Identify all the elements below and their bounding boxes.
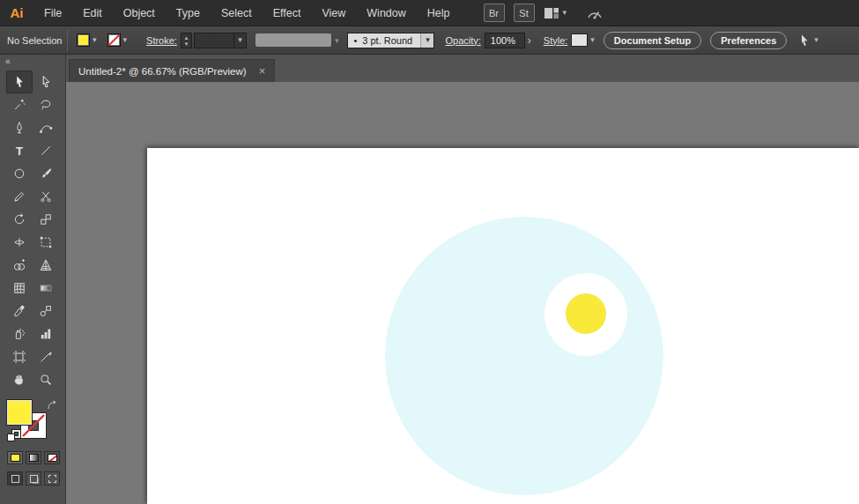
- direct-selection-tool[interactable]: [33, 70, 59, 93]
- pen-tool[interactable]: [6, 116, 33, 139]
- preferences-button[interactable]: Preferences: [710, 32, 787, 49]
- stroke-weight-combo[interactable]: ▾: [194, 33, 247, 48]
- scissors-tool[interactable]: [33, 185, 59, 208]
- perspective-grid-tool[interactable]: [33, 254, 59, 277]
- control-bar: No Selection ▾ ▾ Stroke: ▴▾ ▾ ▾ • 3 pt.: [0, 26, 859, 55]
- curvature-tool[interactable]: [33, 116, 59, 139]
- paintbrush-tool[interactable]: [33, 162, 59, 185]
- opacity-preset-chevron-icon[interactable]: ›: [528, 34, 531, 47]
- menu-view[interactable]: View: [311, 0, 356, 26]
- draw-normal-icon: [11, 475, 19, 483]
- style-label[interactable]: Style:: [544, 35, 568, 46]
- brush-definition-dropdown[interactable]: • 3 pt. Round ▾: [347, 33, 434, 48]
- selection-arrow-icon: [12, 75, 26, 89]
- menu-edit[interactable]: Edit: [72, 0, 113, 26]
- selection-tool[interactable]: [6, 70, 33, 93]
- draw-behind-button[interactable]: [26, 471, 41, 485]
- ellipse-tool[interactable]: [6, 162, 33, 185]
- gradient-tool[interactable]: [33, 277, 59, 300]
- workspace-switcher-button[interactable]: ▾: [544, 7, 567, 19]
- menu-help[interactable]: Help: [417, 0, 461, 26]
- slice-tool[interactable]: [33, 345, 59, 368]
- color-button[interactable]: [7, 451, 23, 464]
- width-tool[interactable]: [6, 231, 33, 254]
- draw-behind-icon: [30, 475, 38, 483]
- gpu-performance-icon[interactable]: [586, 6, 604, 20]
- magic-wand-tool[interactable]: [6, 93, 33, 116]
- magic-wand-icon: [12, 98, 26, 112]
- menu-effect[interactable]: Effect: [263, 0, 312, 26]
- symbol-sprayer-icon: [12, 327, 26, 341]
- draw-normal-button[interactable]: [7, 471, 23, 485]
- opacity-input[interactable]: 100%: [485, 33, 525, 48]
- default-fill-chip: [7, 434, 15, 441]
- perspective-grid-icon: [39, 258, 53, 272]
- stock-button[interactable]: St: [514, 4, 535, 22]
- document-setup-button[interactable]: Document Setup: [604, 32, 701, 49]
- variable-width-profile-dropdown[interactable]: [255, 33, 331, 47]
- ellipse-icon: [12, 167, 26, 181]
- artboard-icon: [12, 350, 26, 364]
- document-tab-bar: Untitled-2* @ 66.67% (RGB/Preview) ×: [66, 55, 859, 82]
- mesh-tool[interactable]: [6, 277, 33, 300]
- menu-window[interactable]: Window: [356, 0, 416, 26]
- app-bar-right: Br St ▾: [484, 4, 604, 22]
- selection-status: No Selection: [7, 35, 63, 46]
- none-button[interactable]: [44, 451, 60, 464]
- scale-icon: [39, 212, 53, 226]
- stroke-weight-label[interactable]: Stroke:: [146, 35, 177, 46]
- fill-color-dropdown[interactable]: ▾: [77, 33, 97, 47]
- draw-inside-button[interactable]: [44, 471, 60, 485]
- collapse-panel-button[interactable]: «: [0, 55, 65, 69]
- chevron-down-icon: ▾: [590, 36, 595, 44]
- bridge-button[interactable]: Br: [484, 4, 505, 22]
- free-transform-tool[interactable]: [33, 231, 59, 254]
- curvature-icon: [39, 121, 53, 135]
- chevron-down-icon: ▾: [420, 33, 433, 48]
- rotate-icon: [12, 212, 26, 226]
- scale-tool[interactable]: [33, 208, 59, 231]
- brush-preview-dot: •: [353, 35, 357, 46]
- document-tab[interactable]: Untitled-2* @ 66.67% (RGB/Preview) ×: [69, 59, 275, 82]
- menu-object[interactable]: Object: [113, 0, 166, 26]
- align-options-button[interactable]: ▾: [797, 33, 818, 48]
- rotate-tool[interactable]: [6, 208, 33, 231]
- slice-knife-icon: [39, 350, 53, 364]
- swap-fill-stroke-icon[interactable]: [47, 400, 58, 411]
- opacity-label[interactable]: Opacity:: [445, 35, 480, 46]
- pencil-tool[interactable]: [6, 185, 33, 208]
- blend-tool[interactable]: [33, 300, 59, 322]
- stroke-color-dropdown[interactable]: ▾: [107, 33, 128, 47]
- menu-select[interactable]: Select: [211, 0, 263, 26]
- pen-nib-icon: [12, 121, 26, 135]
- tool-grid: T: [6, 70, 59, 391]
- menu-type[interactable]: Type: [166, 0, 211, 26]
- stroke-weight-stepper[interactable]: ▴▾: [181, 33, 192, 48]
- artboard[interactable]: [147, 148, 859, 504]
- line-segment-tool[interactable]: [33, 139, 59, 162]
- zoom-icon: [39, 373, 53, 387]
- zoom-tool[interactable]: [33, 368, 59, 391]
- stepper-up-icon: ▴: [185, 34, 189, 41]
- eyedropper-tool[interactable]: [6, 300, 33, 322]
- width-icon: [12, 235, 26, 249]
- menu-file[interactable]: File: [33, 0, 72, 26]
- fill-swatch[interactable]: [7, 400, 32, 425]
- gradient-button[interactable]: [26, 451, 41, 464]
- sky-circle-shape[interactable]: [385, 217, 663, 495]
- fill-color-swatch: [77, 33, 90, 47]
- graphic-style-dropdown[interactable]: ▾: [571, 33, 595, 47]
- symbol-sprayer-tool[interactable]: [6, 322, 33, 345]
- artboard-tool[interactable]: [6, 345, 33, 368]
- brush-name: 3 pt. Round: [362, 35, 412, 46]
- lasso-tool[interactable]: [33, 93, 59, 116]
- shape-builder-tool[interactable]: [6, 254, 33, 277]
- pasteboard[interactable]: [66, 82, 859, 504]
- sun-circle-shape[interactable]: [566, 293, 606, 334]
- column-graph-tool[interactable]: [33, 322, 59, 345]
- hand-tool[interactable]: [6, 368, 33, 391]
- paintbrush-icon: [39, 167, 53, 181]
- type-tool[interactable]: T: [6, 139, 33, 162]
- default-fill-stroke-icon[interactable]: [7, 430, 20, 441]
- close-tab-icon[interactable]: ×: [259, 65, 266, 77]
